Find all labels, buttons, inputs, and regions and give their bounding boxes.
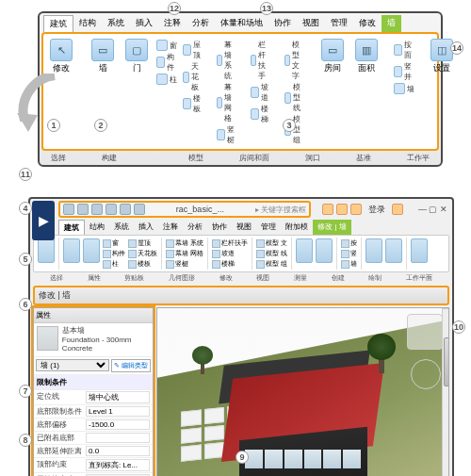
stair-button[interactable]: 楼梯 — [251, 104, 271, 124]
undo-icon[interactable] — [91, 204, 103, 215]
area-panel-icon[interactable] — [316, 238, 333, 263]
door-panel-icon[interactable] — [83, 238, 100, 263]
measure-icon[interactable] — [134, 204, 145, 215]
callout-2: 2 — [94, 119, 107, 132]
3d-scene — [157, 308, 448, 476]
set-button[interactable]: ◫设置 — [428, 38, 456, 145]
callout-4: 4 — [19, 202, 32, 215]
mtab-sys[interactable]: 系统 — [109, 220, 134, 235]
callout-5: 5 — [19, 253, 32, 266]
mtab-ann[interactable]: 注释 — [158, 220, 183, 235]
room-panel-icon[interactable] — [296, 238, 313, 263]
model-text-button[interactable]: 模型 文字 — [284, 40, 305, 81]
modify-panel-icon[interactable] — [38, 238, 55, 263]
base-extension-field[interactable]: 0.0 — [86, 446, 150, 456]
base-offset-field[interactable]: -1500.0 — [86, 419, 150, 430]
properties-header: 属性 — [34, 308, 153, 323]
mtab-ins[interactable]: 插入 — [134, 220, 158, 235]
callout-12: 12 — [168, 2, 181, 15]
top-constraint-field[interactable]: 直到标高: Le... — [86, 459, 150, 471]
door-button[interactable]: ▢门 — [122, 38, 151, 145]
main-application-window: ▶ rac_basic_... ▸ 关键字搜索框 登录 — ▢ ✕ 建筑 结构 … — [28, 197, 454, 476]
wall-icon: ▭ — [91, 39, 114, 61]
column-button[interactable]: 柱 — [156, 74, 177, 85]
curtain-grid-button[interactable]: 幕墙 网格 — [217, 82, 237, 123]
infocenter: 登录 — ▢ ✕ — [319, 201, 450, 218]
mtab-ana[interactable]: 分析 — [183, 220, 207, 235]
document-title: rac_basic_... — [148, 205, 252, 214]
vertical-scrollbar[interactable] — [442, 308, 449, 476]
tab-view[interactable]: 视图 — [297, 15, 325, 32]
set-panel-icon[interactable] — [411, 238, 428, 263]
tab-architecture[interactable]: 建筑 — [43, 15, 73, 32]
drawing-area[interactable]: 1 : 100 — [156, 307, 449, 476]
base-attached-field[interactable] — [86, 433, 150, 443]
quick-access-toolbar: rac_basic_... ▸ 关键字搜索框 — [58, 201, 311, 218]
railing-button[interactable]: 栏杆扶手 — [251, 40, 271, 81]
model-line-button[interactable]: 模型 线 — [284, 82, 305, 113]
grid-icon[interactable] — [385, 238, 402, 263]
main-ribbon-body: 窗构件柱 屋顶天花板楼板 幕墙 系统幕墙 网格竖梃 栏杆扶手坡道楼梯 模型 文模… — [33, 235, 449, 272]
tab-annotate[interactable]: 注释 — [158, 15, 187, 32]
mtab-arch[interactable]: 建筑 — [58, 220, 85, 235]
tab-insert[interactable]: 插入 — [130, 15, 158, 32]
room-button[interactable]: ▭房间 — [318, 38, 347, 145]
type-selector[interactable]: 墙 (1) — [36, 359, 109, 371]
subscription-icon[interactable] — [336, 204, 348, 215]
floor-button[interactable]: 楼板 — [183, 93, 203, 114]
mtab-mg[interactable]: 管理 — [256, 220, 281, 235]
mullion-button[interactable]: 竖梃 — [217, 124, 237, 145]
tab-collaborate[interactable]: 协作 — [268, 15, 297, 32]
options-bar: 修改 | 墙 — [33, 286, 449, 305]
main-ribbon-panel-labels: 选择属性剪贴板几何图形修改视图测量创建绘制工作平面 — [30, 272, 452, 284]
tab-structure[interactable]: 结构 — [73, 15, 102, 32]
sign-in-button[interactable]: 登录 — [365, 204, 389, 216]
app-menu-button[interactable]: ▶ — [32, 201, 55, 240]
door-icon: ▢ — [125, 39, 148, 61]
save-icon[interactable] — [77, 204, 89, 215]
mtab-context[interactable]: 修改 | 墙 — [313, 220, 351, 235]
redo-icon[interactable] — [106, 204, 117, 215]
callout-8: 8 — [19, 434, 32, 447]
tab-systems[interactable]: 系统 — [102, 15, 130, 32]
mtab-add[interactable]: 附加模 — [281, 220, 313, 235]
wall-opening-button[interactable]: 墙 — [394, 83, 414, 94]
arrow-icon: ↖ — [50, 39, 73, 61]
open-icon[interactable] — [63, 204, 74, 215]
tab-analyze[interactable]: 分析 — [187, 15, 215, 32]
wall-panel-icon[interactable] — [63, 238, 80, 263]
callout-3: 3 — [283, 119, 296, 132]
help-icon[interactable] — [392, 204, 403, 215]
exchange-icon[interactable] — [350, 204, 362, 215]
viewcube[interactable] — [407, 314, 443, 350]
edit-type-button[interactable]: ✎ 编辑类型 — [111, 359, 151, 372]
top-ribbon-tabs: 建筑 结构 系统 插入 注释 分析 体量和场地 协作 视图 管理 修改 墙 — [40, 13, 441, 32]
search-icon[interactable] — [322, 204, 333, 215]
window-button[interactable]: 窗 — [156, 40, 177, 51]
tab-manage[interactable]: 管理 — [325, 15, 353, 32]
level-icon[interactable] — [365, 238, 382, 263]
by-face-button[interactable]: 按面 — [394, 40, 414, 60]
shaft-button[interactable]: 竖井 — [394, 61, 414, 82]
callout-10: 10 — [452, 320, 465, 334]
tab-massing[interactable]: 体量和场地 — [215, 15, 268, 32]
location-line-field[interactable]: 墙中心线 — [86, 391, 150, 403]
tab-modify[interactable]: 修改 — [353, 15, 382, 32]
roof-button[interactable]: 屋顶 — [183, 40, 203, 60]
callout-6: 6 — [19, 298, 32, 311]
base-constraint-field[interactable]: Level 1 — [86, 406, 150, 417]
type-thumbnail[interactable] — [37, 326, 58, 351]
ceiling-button[interactable]: 天花板 — [183, 61, 203, 92]
mtab-vw[interactable]: 视图 — [232, 220, 256, 235]
mtab-struct[interactable]: 结构 — [85, 220, 109, 235]
tab-contextual-wall[interactable]: 墙 — [382, 15, 401, 32]
component-button[interactable]: 构件 — [156, 52, 177, 73]
area-button[interactable]: ▥面积 — [352, 38, 381, 145]
top-ribbon-panel-labels: 选择构建模型房间和面洞口基准工作平 — [40, 151, 441, 163]
mtab-col[interactable]: 协作 — [207, 220, 232, 235]
ramp-button[interactable]: 坡道 — [251, 82, 271, 103]
steering-wheel[interactable] — [411, 359, 441, 389]
print-icon[interactable] — [120, 204, 131, 215]
curtain-system-button[interactable]: 幕墙 系统 — [217, 40, 237, 81]
constraints-group: 限制条件 — [34, 375, 153, 389]
